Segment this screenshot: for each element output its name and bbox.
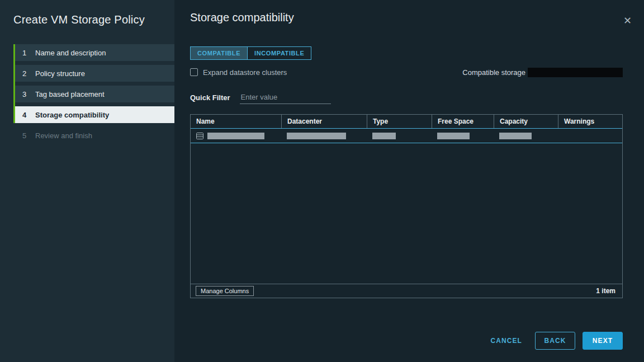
column-header-name[interactable]: Name: [191, 115, 281, 128]
redacted-cell: [372, 133, 396, 139]
step-label: Review and finish: [35, 131, 92, 140]
column-header-datacenter[interactable]: Datacenter: [281, 115, 367, 128]
redacted-compatible-storage-value: [528, 68, 623, 77]
cell-name: [191, 133, 281, 139]
wizard-actions: CANCEL BACK NEXT: [190, 332, 623, 350]
tab-incompatible[interactable]: INCOMPATIBLE: [247, 47, 311, 59]
cancel-button[interactable]: CANCEL: [490, 337, 522, 345]
compatible-storage-group: Compatible storage: [462, 68, 623, 77]
step-label: Name and description: [35, 49, 106, 57]
manage-columns-button[interactable]: Manage Columns: [196, 286, 254, 296]
cell-capacity: [494, 133, 558, 139]
cell-datacenter: [281, 133, 367, 139]
step-number: 4: [22, 111, 35, 119]
storage-compatibility-panel: Storage compatibility ✕ COMPATIBLE INCOM…: [174, 0, 644, 362]
redacted-cell: [287, 133, 346, 139]
table-row[interactable]: [191, 128, 622, 143]
redacted-cell: [207, 133, 264, 139]
step-review-and-finish: 5 Review and finish: [15, 127, 174, 144]
compatible-storage-label: Compatible storage: [462, 68, 525, 77]
wizard-sidebar: Create VM Storage Policy 1 Name and desc…: [0, 0, 174, 362]
step-number: 1: [22, 49, 35, 57]
expand-datastore-clusters-group: Expand datastore clusters: [190, 68, 287, 77]
column-header-capacity[interactable]: Capacity: [494, 115, 558, 128]
column-header-type[interactable]: Type: [367, 115, 432, 128]
create-vm-storage-policy-wizard: Create VM Storage Policy 1 Name and desc…: [0, 0, 644, 362]
completed-steps-group: 1 Name and description 2 Policy structur…: [13, 44, 174, 123]
quick-filter-row: Quick Filter: [190, 92, 623, 104]
table-body: [191, 128, 622, 284]
close-button[interactable]: ✕: [621, 13, 634, 28]
step-label: Policy structure: [35, 69, 85, 78]
cell-free-space: [432, 133, 494, 139]
redacted-cell: [437, 133, 470, 139]
step-number: 3: [22, 90, 35, 98]
expand-datastore-clusters-checkbox[interactable]: [190, 68, 198, 76]
column-header-warnings[interactable]: Warnings: [558, 115, 622, 128]
step-number: 2: [22, 69, 35, 78]
close-icon: ✕: [623, 15, 632, 26]
expand-datastore-clusters-label: Expand datastore clusters: [203, 68, 287, 77]
step-tag-based-placement[interactable]: 3 Tag based placement: [15, 86, 174, 102]
step-policy-structure[interactable]: 2 Policy structure: [15, 65, 174, 82]
quick-filter-input[interactable]: [240, 92, 331, 104]
step-label: Storage compatibility: [35, 111, 109, 119]
cell-type: [367, 133, 432, 139]
wizard-title: Create VM Storage Policy: [0, 13, 174, 26]
compatibility-tabs: COMPATIBLE INCOMPATIBLE: [190, 46, 311, 60]
datastore-icon: [196, 133, 203, 139]
table-header: Name Datacenter Type Free Space Capacity…: [191, 115, 622, 128]
back-button[interactable]: BACK: [535, 332, 575, 350]
wizard-steps: 1 Name and description 2 Policy structur…: [13, 44, 174, 144]
page-title: Storage compatibility: [190, 0, 623, 24]
redacted-cell: [499, 133, 532, 139]
step-name-and-description[interactable]: 1 Name and description: [15, 44, 174, 61]
step-number: 5: [22, 131, 35, 140]
table-footer: Manage Columns 1 item: [191, 284, 622, 298]
options-row: Expand datastore clusters Compatible sto…: [190, 67, 623, 77]
datastore-table: Name Datacenter Type Free Space Capacity…: [190, 114, 623, 298]
items-count: 1 item: [596, 287, 615, 295]
step-label: Tag based placement: [35, 90, 105, 98]
upcoming-steps-group: 5 Review and finish: [13, 127, 174, 144]
tab-compatible[interactable]: COMPATIBLE: [191, 47, 247, 59]
quick-filter-label: Quick Filter: [190, 93, 230, 104]
step-storage-compatibility[interactable]: 4 Storage compatibility: [15, 106, 174, 123]
next-button[interactable]: NEXT: [583, 332, 623, 350]
column-header-free-space[interactable]: Free Space: [432, 115, 494, 128]
